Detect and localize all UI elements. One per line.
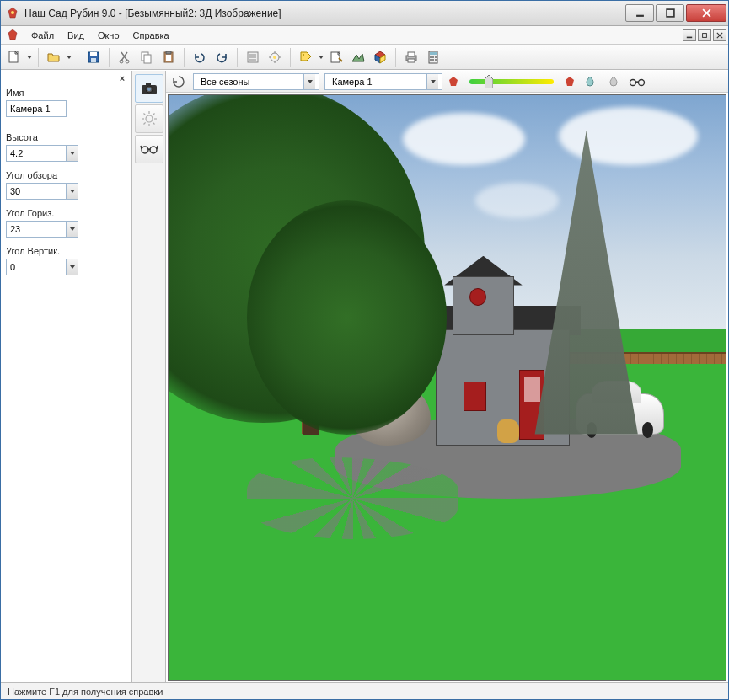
quality-low-icon [448,76,459,88]
svg-point-23 [303,54,304,56]
svg-rect-35 [435,59,437,61]
quality-high-icon [564,76,576,88]
quality-slider[interactable] [469,79,554,84]
house-round-window [469,288,486,306]
svg-rect-3 [687,36,692,38]
copy-button[interactable] [137,47,157,67]
close-button[interactable] [686,4,726,22]
svg-point-18 [273,56,276,59]
svg-line-48 [153,114,154,115]
plants-button[interactable] [265,47,285,67]
svg-line-46 [153,122,154,124]
camera-combo-value: Камера 1 [329,77,426,87]
fov-label: Угол обзора [6,170,126,180]
height-dropdown[interactable] [67,145,78,162]
menu-help[interactable]: Справка [126,29,176,42]
camera-tool-button[interactable] [135,74,163,103]
menu-view[interactable]: Вид [61,29,91,42]
svg-rect-34 [432,59,434,61]
svg-point-50 [150,147,157,153]
titlebar[interactable]: Наш Сад Рубин 9.0 - [Безымянный2: 3Д Изо… [1,1,728,26]
mdi-minimize-button[interactable] [683,29,696,41]
svg-line-45 [143,114,145,115]
side-toolbar [132,71,166,682]
fov-input[interactable] [6,183,67,200]
note-button[interactable] [326,47,346,67]
horiz-input[interactable] [6,221,67,238]
save-button[interactable] [83,47,104,67]
horiz-dropdown[interactable] [67,221,78,238]
glasses-tool-button[interactable] [135,135,163,163]
cut-button[interactable] [115,47,135,67]
menu-file[interactable]: Файл [24,29,61,42]
3d-viewport[interactable] [168,94,726,681]
vert-input[interactable] [6,259,67,275]
mdi-close-button[interactable] [713,29,726,41]
panel-close-button[interactable]: × [116,72,128,84]
menu-window[interactable]: Окно [91,29,126,42]
svg-rect-7 [90,52,97,56]
tag-button[interactable] [296,47,316,67]
svg-rect-31 [432,56,434,58]
rain-toggle-button[interactable] [581,72,599,91]
name-input[interactable] [6,100,67,117]
house-upper [453,276,514,334]
svg-rect-37 [146,83,151,86]
svg-point-40 [146,115,153,122]
svg-rect-15 [166,55,171,61]
window-frame: Наш Сад Рубин 9.0 - [Безымянный2: 3Д Изо… [0,0,729,700]
3d-view-button[interactable] [370,47,390,67]
new-dropdown[interactable] [26,56,33,59]
season-combo[interactable]: Все сезоны [193,73,319,90]
sun-tool-button[interactable] [135,104,163,133]
calc-button[interactable] [423,47,443,67]
dog [497,419,519,443]
cloud-icon [475,183,559,218]
svg-rect-32 [435,56,437,58]
encyclopedia-button[interactable] [243,47,263,67]
svg-rect-26 [408,52,415,56]
name-label: Имя [6,88,126,98]
open-button[interactable] [44,47,64,67]
cloud-icon [403,113,525,165]
undo-button[interactable] [190,47,210,67]
print-button[interactable] [401,47,421,67]
view-glasses-button[interactable] [628,72,646,91]
fov-dropdown[interactable] [67,183,78,200]
minimize-button[interactable] [625,4,654,22]
statusbar: Нажмите F1 для получения справки [1,682,728,699]
house-window [464,382,485,411]
mdi-restore-button[interactable] [698,29,711,41]
view-toolbar: Все сезоны Камера 1 [166,71,728,93]
season-combo-value: Все сезоны [197,77,303,87]
horiz-label: Угол Гориз. [6,208,126,218]
window-title: Наш Сад Рубин 9.0 - [Безымянный2: 3Д Изо… [24,8,625,19]
doc-icon [6,29,19,42]
tag-dropdown[interactable] [318,56,324,59]
terrain-button[interactable] [348,47,368,67]
svg-rect-12 [144,55,151,63]
refresh-view-button[interactable] [169,72,188,91]
svg-point-39 [147,88,151,91]
svg-rect-14 [166,51,171,54]
quality-slider-thumb[interactable] [485,75,493,88]
svg-point-0 [11,11,14,14]
svg-line-47 [143,122,145,124]
snow-toggle-button[interactable] [604,72,623,91]
svg-rect-4 [703,33,707,37]
camera-combo[interactable]: Камера 1 [324,73,442,90]
redo-button[interactable] [212,47,232,67]
height-input[interactable] [6,145,67,162]
svg-rect-30 [430,56,432,58]
properties-panel: × Имя Высота Угол обзора [1,71,132,682]
svg-rect-27 [408,59,415,62]
svg-rect-2 [667,9,674,17]
new-button[interactable] [4,47,24,67]
maximize-button[interactable] [656,4,684,22]
vert-dropdown[interactable] [67,259,78,275]
deciduous-tree-foliage [247,200,448,435]
svg-point-52 [639,79,645,85]
open-dropdown[interactable] [66,56,72,59]
svg-point-51 [630,79,636,85]
paste-button[interactable] [158,47,179,67]
